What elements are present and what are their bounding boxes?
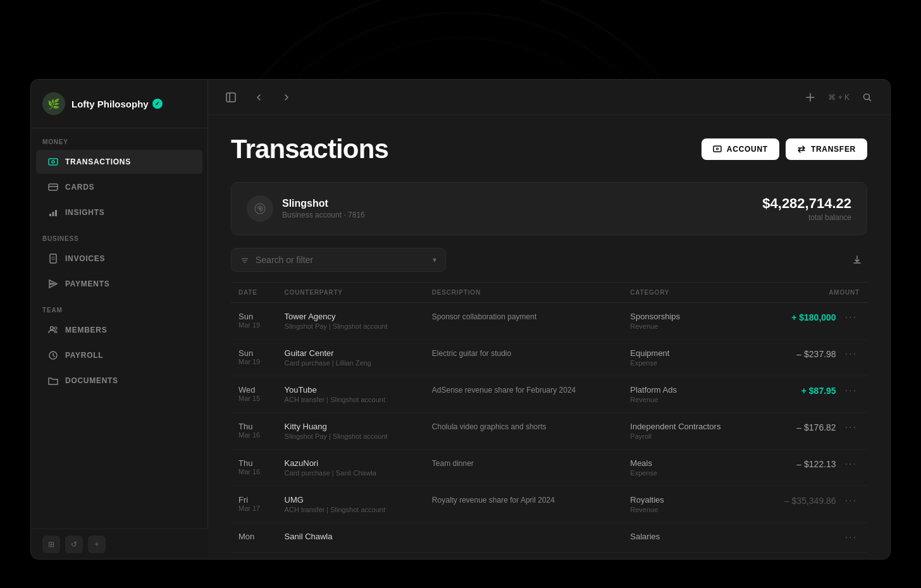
topbar: ⌘ + K [208, 80, 890, 115]
card-icon [47, 181, 59, 193]
balance-amount: $4,282,714.22 [762, 195, 851, 212]
cell-counterparty: KazuNori Card purchase | Sanil Chawla [277, 450, 424, 486]
cell-category: Platform Ads Revenue [622, 376, 754, 413]
sidebar-section-money: MONEY [31, 128, 207, 149]
cell-amount: + $87.95 ··· [755, 376, 867, 413]
cell-amount: – $176.82 ··· [755, 413, 867, 450]
transfer-button[interactable]: TRANSFER [786, 138, 867, 160]
sidebar: 🌿 Lofty Philosophy ✓ MONEY TRANSACTIONS [31, 80, 208, 559]
search-button[interactable] [857, 87, 877, 107]
cell-category: Sponsorships Revenue [622, 303, 754, 340]
back-button[interactable] [249, 87, 269, 107]
table-body: Sun Mar 19 Tower Agency Slingshot Pay | … [231, 303, 867, 553]
cell-amount: – $122.13 ··· [755, 450, 867, 486]
cell-counterparty: Tower Agency Slingshot Pay | Slingshot a… [277, 303, 424, 340]
main-content: ⌘ + K Transactions ACCOUNT [208, 80, 890, 559]
cell-date: Wed Mar 15 [231, 376, 277, 413]
forward-button[interactable] [276, 87, 297, 107]
sidebar-label-transactions: TRANSACTIONS [65, 157, 131, 166]
sidebar-section-business: BUSINESS [31, 225, 207, 246]
sidebar-item-cards[interactable]: CARdS [36, 175, 202, 199]
balance-label: total balance [762, 213, 851, 222]
sidebar-item-invoices[interactable]: INVOICES [36, 247, 202, 271]
svg-rect-6 [49, 184, 58, 190]
row-menu-button[interactable]: ··· [843, 385, 860, 396]
row-menu-button[interactable]: ··· [843, 312, 860, 323]
search-placeholder: Search or filter [256, 255, 426, 265]
app-window: 🌿 Lofty Philosophy ✓ MONEY TRANSACTIONS [30, 79, 891, 560]
people-icon [47, 324, 59, 336]
sidebar-item-insights[interactable]: INSIGHTS [36, 200, 202, 224]
account-name: Slingshot [282, 198, 365, 209]
row-menu-button[interactable]: ··· [843, 532, 860, 543]
table-row[interactable]: Fri Mar 17 UMG ACH transfer | Slingshot … [231, 486, 867, 523]
cell-date: Fri Mar 17 [231, 486, 277, 523]
cell-description: Team dinner [424, 450, 622, 486]
account-balance: $4,282,714.22 total balance [762, 195, 851, 222]
clock-icon [47, 350, 59, 361]
table-row[interactable]: Thu Mar 16 Kitty Huang Slingshot Pay | S… [231, 413, 867, 450]
row-menu-button[interactable]: ··· [843, 422, 860, 433]
svg-rect-20 [714, 146, 721, 152]
sidebar-label-members: MEMBERS [65, 326, 107, 334]
account-button[interactable]: ACCOUNT [702, 138, 779, 160]
verified-badge: ✓ [152, 99, 163, 109]
row-menu-button[interactable]: ··· [843, 458, 860, 470]
svg-point-21 [716, 148, 718, 150]
cell-description: Electric guitar for studio [424, 340, 622, 376]
sidebar-bottom-bar: ⊞ ↺ + [31, 529, 208, 559]
svg-rect-9 [53, 212, 54, 216]
table-row[interactable]: Sun Mar 19 Guitar Center Card purchase |… [231, 340, 867, 376]
sidebar-item-transactions[interactable]: TRANSACTIONS [36, 150, 202, 174]
sidebar-header: 🌿 Lofty Philosophy ✓ [31, 80, 207, 128]
search-filter-input[interactable]: Search or filter ▾ [231, 248, 446, 272]
sidebar-brand: Lofty Philosophy ✓ [71, 99, 196, 109]
table-row[interactable]: Wed Mar 15 YouTube ACH transfer | Slings… [231, 376, 867, 413]
svg-point-5 [52, 161, 54, 163]
sidebar-label-insights: INSIGHTS [65, 208, 104, 217]
brand-logo: 🌿 [42, 92, 65, 115]
keyboard-shortcut: ⌘ + K [828, 93, 850, 102]
cell-description: AdSense revenue share for February 2024 [424, 376, 622, 413]
folder-icon [47, 375, 59, 386]
sidebar-toggle-button[interactable] [221, 87, 241, 107]
search-bar: Search or filter ▾ [231, 248, 867, 272]
amount-value: – $237.98 [796, 349, 836, 359]
add-button[interactable]: + [88, 536, 106, 553]
sidebar-label-payments: PAYMENTS [65, 279, 109, 288]
send-icon [47, 278, 59, 290]
svg-point-23 [259, 207, 262, 211]
cell-date: Thu Mar 16 [231, 450, 277, 486]
cell-amount: – $35,349.86 ··· [755, 486, 867, 523]
refresh-button[interactable]: ↺ [65, 536, 83, 553]
transactions-table: DATE COUNTERPARTY DESCRIPTION CATEGORY A… [231, 282, 867, 553]
amount-value: – $122.13 [796, 459, 836, 469]
transfer-button-label: TRANSFER [811, 145, 856, 154]
row-menu-button[interactable]: ··· [843, 348, 860, 360]
table-row[interactable]: Thu Mar 16 KazuNori Card purchase | Sani… [231, 450, 867, 486]
table-row[interactable]: Mon Sanil Chawla Salaries ··· [231, 523, 867, 553]
sidebar-item-payments[interactable]: PAYMENTS [36, 272, 202, 296]
brand-name: Lofty Philosophy [71, 99, 149, 109]
cell-amount: ··· [755, 523, 867, 553]
header-actions: ACCOUNT TRANSFER [702, 138, 867, 160]
amount-value: + $87.95 [801, 386, 836, 396]
sidebar-item-members[interactable]: MEMBERS [36, 318, 202, 342]
cell-description: Royalty revenue share for April 2024 [424, 486, 622, 523]
account-info: Slingshot Business account · 7816 [247, 195, 365, 222]
page-title: Transactions [231, 134, 388, 164]
sidebar-item-documents[interactable]: DOCUMENTS [36, 369, 202, 393]
sidebar-label-invoices: INVOICES [65, 254, 105, 263]
sidebar-item-payroll[interactable]: PAYROLL [36, 343, 202, 367]
grid-button[interactable]: ⊞ [42, 536, 60, 553]
amount-value: – $35,349.86 [784, 496, 836, 506]
row-menu-button[interactable]: ··· [843, 495, 860, 506]
account-card: Slingshot Business account · 7816 $4,282… [231, 182, 867, 235]
amount-value: + $180,000 [791, 312, 836, 322]
table-row[interactable]: Sun Mar 19 Tower Agency Slingshot Pay | … [231, 303, 867, 340]
cell-counterparty: Guitar Center Card purchase | Lillian Ze… [277, 340, 424, 376]
account-details: Slingshot Business account · 7816 [282, 198, 365, 219]
download-button[interactable] [847, 250, 867, 270]
cell-category: Royalties Revenue [622, 486, 754, 523]
cell-category: Independent Contractors Payroll [622, 413, 754, 450]
